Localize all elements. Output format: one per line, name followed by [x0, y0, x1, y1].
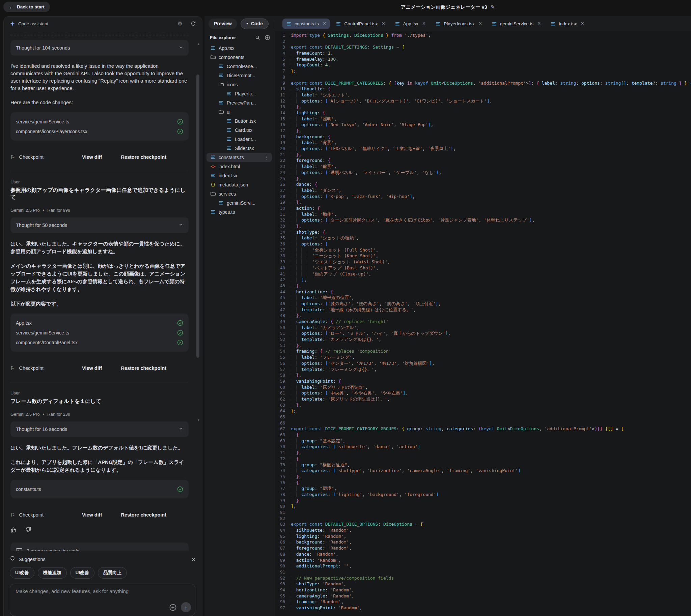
refresh-icon[interactable]	[191, 21, 196, 26]
file-tree-item-components[interactable]: components	[207, 52, 272, 62]
thumbs-up-icon[interactable]	[11, 527, 17, 534]
file-tree-item-geminiServi-[interactable]: geminiServi...	[207, 198, 272, 207]
changed-file-row[interactable]: App.tsx	[16, 318, 183, 328]
code-editor[interactable]: 1import type { Settings, DiceOptions } f…	[274, 31, 691, 616]
file-tree-item-index-tsx[interactable]: index.tsx	[207, 171, 272, 180]
changed-file-row[interactable]: services/geminiService.ts	[16, 328, 183, 337]
code-text: options: ['A(ショーツ)', 'B(ロングスカート)', 'C(ワン…	[291, 98, 492, 104]
code-text: background: {	[291, 134, 330, 140]
checkpoint-label: Checkpoint	[19, 366, 63, 371]
workspace: Preview ● Code constants.ts×ControlPanel…	[205, 16, 691, 616]
file-tree-item-App-tsx[interactable]: App.tsx	[207, 44, 272, 52]
thought-summary[interactable]: Thought for 50 seconds	[11, 218, 189, 233]
file-tree-item-DicePrompt-[interactable]: DicePrompt...	[207, 71, 272, 80]
tab-constants-ts[interactable]: constants.ts×	[282, 19, 330, 29]
workspace-toolbar: Preview ● Code constants.ts×ControlPanel…	[205, 16, 691, 31]
line-number: 28	[274, 194, 285, 200]
restore-checkpoint-button[interactable]: Restore checkpoint	[121, 512, 166, 518]
restore-checkpoint-button[interactable]: Restore checkpoint	[121, 154, 166, 160]
edit-title-icon[interactable]: ✎	[490, 4, 495, 10]
kebab-menu-icon[interactable]: ⋮	[263, 155, 270, 160]
line-number: 23	[274, 163, 285, 170]
close-suggestions-icon[interactable]: ×	[192, 556, 195, 563]
line-number: 93	[274, 581, 285, 587]
suggestion-chip[interactable]: 品質向上	[98, 567, 127, 578]
code-text: },	[291, 343, 301, 349]
scroll-down-icon[interactable]: ▼	[197, 418, 200, 422]
search-icon[interactable]	[255, 35, 260, 40]
code-line: 88 dance: 'Random',	[274, 551, 691, 557]
code-line: 33 },	[274, 223, 691, 229]
code-text: dance: {	[291, 181, 317, 188]
file-tree-item-Button-tsx[interactable]: Button.tsx	[207, 116, 272, 126]
add-file-icon[interactable]	[265, 35, 270, 40]
file-tree-item-ui[interactable]: ui	[207, 107, 272, 116]
line-number: 64	[274, 408, 285, 414]
file-tree-item-Card-tsx[interactable]: Card.tsx	[207, 126, 272, 134]
view-diff-button[interactable]: View diff	[82, 512, 102, 518]
code-text: options: ['ターン直前片脚クロス', '腕を大きく広げて決め', '片…	[291, 217, 535, 223]
close-tab-icon[interactable]: ×	[538, 21, 541, 26]
code-text: vanishingPoint: {	[291, 378, 341, 384]
restore-checkpoint-button[interactable]: Restore checkpoint	[121, 366, 166, 371]
thought-summary[interactable]: Thought for 104 seconds	[11, 40, 189, 56]
code-line: 82	[274, 515, 691, 522]
line-number: 78	[274, 491, 285, 498]
code-line: 37 '全身ショット (Full Shot)',	[274, 247, 691, 253]
close-tab-icon[interactable]: ×	[382, 21, 385, 26]
chevron-down-icon	[179, 45, 183, 51]
view-diff-button[interactable]: View diff	[82, 154, 102, 160]
view-diff-button[interactable]: View diff	[82, 366, 102, 371]
file-tree-item-PlayerIc-[interactable]: PlayerIc...	[207, 89, 272, 98]
code-line: 86 background: 'Random',	[274, 539, 691, 545]
send-button[interactable]: ↑	[181, 602, 191, 612]
assistant-paragraph: 以下が変更内容です。	[11, 300, 189, 308]
preview-toggle-button[interactable]: Preview	[209, 19, 237, 29]
divider	[11, 383, 189, 383]
suggestion-chip[interactable]: UI改善	[10, 567, 35, 578]
tab-index-tsx[interactable]: index.tsx×	[547, 19, 588, 29]
composer[interactable]: ↑	[10, 584, 195, 616]
file-tree-item-services[interactable]: services	[207, 189, 272, 198]
suggestion-chip[interactable]: 機能追加	[38, 567, 67, 578]
dot-separator-icon: •	[43, 412, 44, 417]
thumbs-down-icon[interactable]	[25, 527, 32, 534]
changed-file-row[interactable]: components/icons/PlayerIcons.tsx	[16, 127, 183, 136]
tab-PlayerIcons-tsx[interactable]: PlayerIcons.tsx×	[432, 19, 486, 29]
dot-separator-icon: •	[43, 208, 44, 213]
changed-file-row[interactable]: services/geminiService.ts	[16, 117, 183, 127]
chat-messages: Thought for 104 secondsI've identified a…	[4, 31, 202, 551]
file-tree-item-index-html[interactable]: <>index.html	[207, 162, 272, 171]
code-line: 25 },	[274, 176, 691, 182]
settings-gear-icon[interactable]: ⚙	[177, 20, 183, 27]
changed-file-row[interactable]: constants.ts	[16, 484, 183, 494]
tab-App-tsx[interactable]: App.tsx×	[391, 19, 430, 29]
suggestion-chip[interactable]: UI改善	[70, 567, 95, 578]
close-tab-icon[interactable]: ×	[323, 21, 326, 26]
ts-icon	[227, 118, 232, 124]
file-tree-item-PreviewPan-[interactable]: PreviewPan...	[207, 98, 272, 107]
code-toggle-button[interactable]: ● Code	[240, 19, 269, 29]
file-tree-item-icons[interactable]: icons	[207, 80, 272, 89]
close-tab-icon[interactable]: ×	[581, 21, 584, 26]
attach-plus-icon[interactable]	[169, 604, 176, 611]
file-tree-item-constants-ts[interactable]: constants.ts⋮	[207, 153, 272, 162]
line-number: 35	[274, 235, 285, 241]
back-to-start-button[interactable]: ← Back to start	[3, 2, 50, 12]
changed-file-row[interactable]: components/ControlPanel.tsx	[16, 337, 183, 347]
scroll-up-icon[interactable]: ▲	[197, 42, 200, 45]
close-tab-icon[interactable]: ×	[479, 21, 482, 26]
chat-scrollbar[interactable]	[196, 74, 200, 358]
code-text: dance: 'Random',	[291, 551, 338, 557]
file-tree-item-metadata-json[interactable]: {}metadata.json	[207, 180, 272, 189]
tab-geminiService-ts[interactable]: geminiService.ts×	[488, 19, 545, 29]
file-tree-item-types-ts[interactable]: types.ts	[207, 207, 272, 217]
file-tree-item-ControlPane-[interactable]: ControlPane...	[207, 62, 272, 71]
code-line: 93 shotType: 'Random',	[274, 581, 691, 587]
file-tree-item-Slider-tsx[interactable]: Slider.tsx	[207, 144, 272, 153]
close-tab-icon[interactable]: ×	[422, 21, 425, 26]
composer-input[interactable]	[10, 584, 195, 603]
tab-ControlPanel-tsx[interactable]: ControlPanel.tsx×	[332, 19, 389, 29]
thought-summary[interactable]: Thought for 16 seconds	[11, 421, 189, 437]
file-tree-item-Loader-t-[interactable]: Loader.t...	[207, 134, 272, 144]
